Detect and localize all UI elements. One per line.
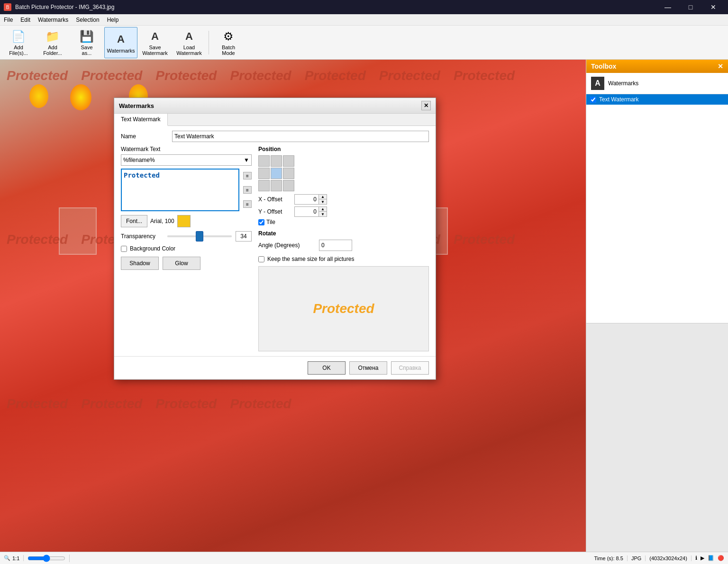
toolbar-save-watermark[interactable]: A SaveWatermark — [138, 27, 172, 58]
text-align-icons: ≡ ≡ ≡ — [243, 169, 252, 211]
keep-size-checkbox[interactable] — [258, 256, 264, 262]
add-folder-icon: 📁 — [45, 29, 60, 44]
zoom-slider[interactable] — [27, 555, 65, 562]
book-icon[interactable]: 📘 — [708, 555, 714, 561]
toolbox-section-icon: A — [591, 77, 604, 90]
font-value: Arial, 100 — [150, 218, 174, 224]
help-button[interactable]: Справка — [391, 361, 429, 375]
pos-cell-8[interactable] — [283, 180, 294, 191]
name-input[interactable] — [172, 131, 429, 142]
dialog-tab-text-watermark[interactable]: Text Watermark — [114, 114, 168, 126]
ok-button[interactable]: OK — [308, 361, 346, 375]
toolbox-close-icon[interactable]: ✕ — [718, 63, 723, 70]
dropdown-row: %filename% ▼ — [121, 154, 252, 166]
align-center-icon[interactable]: ≡ — [243, 186, 252, 194]
dimensions-value: (4032x3024x24) — [649, 555, 687, 561]
toolbar-load-watermark-label: LoadWatermark — [176, 45, 201, 56]
transparency-slider[interactable] — [167, 232, 232, 241]
x-offset-row: X - Offset ▲ ▼ — [258, 194, 429, 205]
toolbar-separator — [209, 31, 209, 54]
menu-edit[interactable]: Edit — [17, 14, 34, 25]
font-button[interactable]: Font... — [121, 215, 147, 227]
play-icon[interactable]: ▶ — [701, 555, 704, 561]
keep-size-row: Keep the same size for all pictures — [258, 256, 429, 262]
effect-buttons: Shadow Glow — [121, 257, 252, 270]
cancel-button[interactable]: Отмена — [349, 361, 387, 375]
toolbox-panel: Toolbox ✕ A Watermarks Text Watermark — [586, 60, 728, 552]
toolbar-save-as[interactable]: 💾 Saveas... — [70, 27, 103, 58]
name-label: Name — [121, 133, 168, 140]
tile-row: Tile — [258, 219, 429, 225]
pos-cell-1[interactable] — [271, 155, 282, 167]
toolbar-batch-mode-label: BatchMode — [222, 45, 235, 56]
align-right-icon[interactable]: ≡ — [243, 200, 252, 208]
rotate-title: Rotate — [258, 230, 429, 237]
watermark-text-dropdown[interactable]: %filename% ▼ — [121, 154, 252, 166]
shadow-button[interactable]: Shadow — [121, 257, 159, 270]
glow-button[interactable]: Glow — [163, 257, 200, 270]
menu-watermarks[interactable]: Watermarks — [34, 14, 72, 25]
toolbar-add-files[interactable]: 📄 AddFile(s)... — [2, 27, 35, 58]
tile-checkbox[interactable] — [258, 219, 264, 225]
toolbox-section-label: Watermarks — [608, 80, 638, 87]
pos-cell-7[interactable] — [271, 180, 282, 191]
dialog-close-button[interactable]: ✕ — [421, 101, 431, 110]
toolbar-watermarks[interactable]: A Watermarks — [104, 27, 137, 58]
close-button[interactable]: ✕ — [702, 0, 724, 14]
menu-selection[interactable]: Selection — [72, 14, 103, 25]
pos-cell-2[interactable] — [283, 155, 294, 167]
color-swatch[interactable] — [177, 215, 191, 227]
list-item[interactable]: Text Watermark — [586, 94, 728, 105]
zoom-icon: 🔍 — [4, 555, 10, 561]
position-title: Position — [258, 146, 429, 152]
x-offset-up[interactable]: ▲ — [319, 195, 327, 199]
pos-cell-0[interactable] — [258, 155, 270, 167]
load-watermark-icon: A — [182, 29, 197, 44]
title-bar: B Batch Picture Protector - IMG_3643.jpg… — [0, 0, 728, 14]
toolbar-save-as-label: Saveas... — [81, 45, 92, 56]
toolbox-title-text: Toolbox — [591, 63, 616, 70]
y-offset-input[interactable] — [295, 207, 318, 216]
dialog-left-col: Watermark Text %filename% ▼ — [121, 146, 252, 351]
maximize-button[interactable]: □ — [680, 0, 701, 14]
pos-cell-5[interactable] — [283, 168, 294, 179]
toolbar-add-folder[interactable]: 📁 AddFolder... — [36, 27, 69, 58]
menu-help[interactable]: Help — [103, 14, 123, 25]
zoom-value: 1:1 — [12, 555, 19, 561]
dimensions-section: (4032x3024x24) — [649, 555, 692, 561]
watermark-item-checkbox[interactable] — [590, 97, 596, 103]
save-as-icon: 💾 — [79, 29, 94, 44]
slider-thumb[interactable] — [196, 231, 203, 242]
watermarks-list: Text Watermark — [586, 94, 728, 323]
watermark-textarea[interactable] — [121, 169, 239, 211]
toolbar-batch-mode[interactable]: ⚙ BatchMode — [212, 27, 245, 58]
y-offset-up[interactable]: ▲ — [319, 207, 327, 212]
minimize-button[interactable]: — — [657, 0, 679, 14]
name-row: Name — [121, 131, 429, 142]
dialog-buttons: OK Отмена Справка — [114, 356, 436, 379]
y-offset-spinners: ▲ ▼ — [318, 207, 327, 216]
pos-cell-3[interactable] — [258, 168, 270, 179]
toolbox-extra-area — [586, 323, 728, 552]
y-offset-label: Y - Offset — [258, 208, 291, 215]
toolbar-load-watermark[interactable]: A LoadWatermark — [173, 27, 206, 58]
dialog-right-col: Position — [258, 146, 429, 351]
bg-color-checkbox[interactable] — [121, 246, 127, 252]
app-icon: B — [4, 3, 11, 11]
toolbar-add-folder-label: AddFolder... — [43, 45, 62, 56]
watermark-text-section-label: Watermark Text — [121, 146, 252, 152]
menu-file[interactable]: File — [0, 14, 17, 25]
info-icon[interactable]: ℹ — [695, 555, 697, 561]
pos-cell-4[interactable] — [271, 168, 282, 179]
rotate-section: Rotate Angle (Degrees) — [258, 230, 429, 251]
align-left-icon[interactable]: ≡ — [243, 172, 252, 179]
angle-input[interactable] — [319, 240, 352, 251]
y-offset-down[interactable]: ▼ — [319, 212, 327, 216]
x-offset-input[interactable] — [295, 195, 318, 204]
record-icon[interactable]: 🔴 — [718, 555, 724, 561]
dialog-content: Name Watermark Text %filename% ▼ — [114, 126, 436, 356]
x-offset-down[interactable]: ▼ — [319, 199, 327, 204]
transparency-value-input[interactable] — [236, 231, 252, 242]
watermarks-dialog: Watermarks ✕ Text Watermark Name Waterma… — [114, 98, 436, 380]
pos-cell-6[interactable] — [258, 180, 270, 191]
